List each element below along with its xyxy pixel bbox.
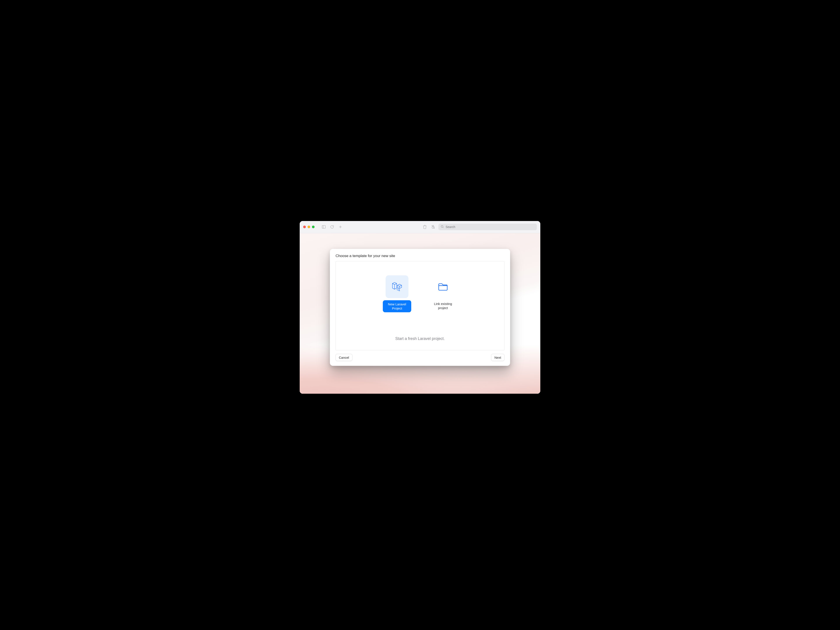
search-field[interactable] — [438, 224, 537, 230]
svg-point-6 — [441, 225, 443, 228]
refresh-icon[interactable] — [329, 224, 335, 230]
template-option-link-existing[interactable]: Link existing project — [429, 275, 457, 312]
template-option-label: Link existing project — [429, 300, 457, 311]
plus-icon[interactable] — [337, 224, 343, 230]
template-hint: Start a fresh Laravel project. — [336, 336, 504, 341]
app-window: Choose a template for your new site — [300, 221, 540, 394]
template-option-new-laravel[interactable]: New Laravel Project — [383, 275, 411, 312]
cancel-button[interactable]: Cancel — [336, 354, 352, 361]
window-controls — [303, 225, 314, 228]
svg-line-7 — [443, 227, 444, 228]
trash-icon[interactable] — [422, 224, 428, 230]
close-window-button[interactable] — [303, 225, 306, 228]
minimize-window-button[interactable] — [308, 225, 310, 228]
search-icon — [441, 225, 444, 229]
svg-rect-0 — [322, 225, 325, 228]
next-button[interactable]: Next — [491, 354, 504, 361]
modal-title: Choose a template for your new site — [336, 254, 504, 258]
zoom-window-button[interactable] — [312, 225, 314, 228]
new-site-modal: Choose a template for your new site — [330, 249, 510, 366]
template-picker: New Laravel Project Link existing projec… — [336, 261, 504, 350]
search-input[interactable] — [445, 225, 535, 228]
unlink-icon[interactable] — [430, 224, 436, 230]
template-option-label: New Laravel Project — [383, 300, 411, 312]
folder-icon — [432, 275, 454, 298]
window-toolbar — [300, 221, 540, 233]
sidebar-icon[interactable] — [321, 224, 327, 230]
laravel-icon — [386, 275, 408, 298]
